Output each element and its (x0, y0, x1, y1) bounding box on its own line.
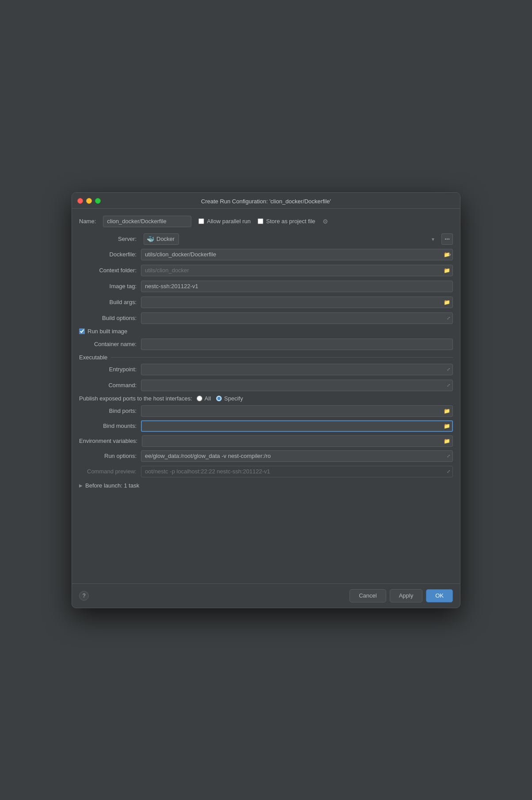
store-as-project-label[interactable]: Store as project file (258, 218, 315, 225)
command-label: Command: (79, 382, 141, 389)
bind-ports-label: Bind ports: (79, 408, 141, 414)
build-options-label: Build options: (79, 315, 141, 321)
radio-all[interactable] (197, 396, 202, 401)
cancel-button[interactable]: Cancel (350, 589, 386, 602)
entrypoint-row: Entrypoint: ⤢ (79, 363, 453, 376)
command-preview-input (141, 466, 453, 477)
container-name-label: Container name: (79, 341, 141, 347)
dialog: Create Run Configuration: 'clion_docker/… (72, 192, 460, 608)
minimize-button[interactable] (86, 198, 92, 204)
allow-parallel-checkbox[interactable] (198, 218, 204, 224)
radio-specify-label[interactable]: Specify (216, 395, 243, 402)
build-options-input[interactable] (141, 312, 453, 324)
ok-button[interactable]: OK (426, 589, 453, 602)
entrypoint-input[interactable] (141, 364, 453, 375)
title-bar: Create Run Configuration: 'clion_docker/… (72, 193, 460, 209)
gear-icon[interactable]: ⚙ (323, 218, 328, 225)
bind-mounts-row: Bind mounts: 📁 (79, 420, 453, 432)
bind-mounts-input-wrapper: 📁 (141, 420, 453, 432)
image-tag-row: Image tag: (79, 280, 453, 293)
bind-ports-input-wrapper: 📁 (141, 405, 453, 417)
name-row: Name: Allow parallel run Store as projec… (79, 214, 453, 229)
env-vars-input-wrapper: 📁 (142, 435, 453, 447)
maximize-button[interactable] (95, 198, 101, 204)
dockerfile-input[interactable] (141, 249, 453, 260)
run-built-image-checkbox[interactable] (79, 328, 85, 334)
traffic-lights (77, 198, 101, 204)
store-as-project-checkbox[interactable] (258, 218, 263, 224)
before-launch-expand-icon: ▶ (79, 483, 83, 488)
container-name-input[interactable] (141, 339, 453, 350)
spacer (79, 491, 453, 580)
bind-ports-browse-icon[interactable]: 📁 (444, 408, 450, 414)
executable-section: Executable (79, 354, 453, 361)
apply-button[interactable]: Apply (390, 589, 423, 602)
build-args-input[interactable] (141, 297, 453, 308)
context-folder-browse-icon[interactable]: 📁 (444, 267, 450, 274)
command-row: Command: ⤢ (79, 379, 453, 392)
build-options-expand-icon[interactable]: ⤢ (447, 316, 450, 320)
dockerfile-dropdown-icon[interactable]: ▼ (448, 252, 453, 257)
help-button[interactable]: ? (79, 591, 89, 601)
command-preview-expand-icon[interactable]: ⤢ (447, 469, 450, 474)
dockerfile-row: Dockerfile: 📁 ▼ (79, 248, 453, 261)
command-preview-row: Command preview: ⤢ (79, 465, 453, 478)
name-label: Name: (79, 218, 96, 225)
bind-ports-input[interactable] (141, 405, 453, 417)
publish-ports-label: Publish exposed ports to the host interf… (79, 395, 192, 402)
run-options-input-wrapper: ⤢ (141, 450, 453, 462)
entrypoint-label: Entrypoint: (79, 366, 141, 373)
context-folder-row: Context folder: 📁 (79, 264, 453, 277)
run-options-label: Run options: (79, 453, 141, 459)
build-args-row: Build args: 📁 (79, 296, 453, 309)
run-options-input[interactable] (141, 450, 453, 462)
build-options-input-wrapper: ⤢ (141, 312, 453, 324)
build-args-browse-icon[interactable]: 📁 (444, 299, 450, 305)
server-select-wrapper: 🐳 Docker ▼ (144, 233, 439, 245)
image-tag-label: Image tag: (79, 283, 141, 290)
image-tag-input[interactable] (141, 281, 453, 292)
container-name-row: Container name: (79, 338, 453, 350)
command-input[interactable] (141, 380, 453, 391)
radio-specify[interactable] (216, 396, 222, 401)
name-input[interactable] (103, 216, 191, 227)
run-options-row: Run options: ⤢ (79, 450, 453, 462)
radio-group: All Specify (197, 395, 243, 402)
dockerfile-label: Dockerfile: (79, 251, 141, 258)
command-preview-label: Command preview: (79, 468, 141, 475)
close-button[interactable] (77, 198, 83, 204)
command-preview-input-wrapper: ⤢ (141, 466, 453, 477)
allow-parallel-label[interactable]: Allow parallel run (198, 218, 251, 225)
run-built-image-label[interactable]: Run built image (79, 328, 127, 335)
dialog-body: Name: Allow parallel run Store as projec… (72, 209, 460, 580)
context-folder-input[interactable] (141, 265, 453, 276)
server-more-button[interactable]: ··· (441, 233, 453, 245)
run-options-expand-icon[interactable]: ⤢ (447, 453, 450, 458)
build-args-label: Build args: (79, 299, 141, 305)
before-launch[interactable]: ▶ Before launch: 1 task (79, 482, 453, 489)
bind-mounts-label: Bind mounts: (79, 423, 141, 429)
before-launch-label: Before launch: 1 task (85, 482, 139, 489)
entrypoint-input-wrapper: ⤢ (141, 364, 453, 375)
command-expand-icon[interactable]: ⤢ (447, 383, 450, 388)
bind-mounts-input[interactable] (141, 420, 453, 432)
footer-buttons: Cancel Apply OK (350, 589, 453, 602)
env-vars-input[interactable] (142, 435, 453, 447)
radio-all-label[interactable]: All (197, 395, 211, 402)
server-label: Server: (79, 236, 141, 242)
context-folder-label: Context folder: (79, 267, 141, 274)
entrypoint-expand-icon[interactable]: ⤢ (447, 367, 450, 372)
env-vars-label: Environment variables: (79, 438, 142, 444)
dialog-title: Create Run Configuration: 'clion_docker/… (201, 198, 331, 205)
build-args-input-wrapper: 📁 (141, 297, 453, 308)
publish-ports-row: Publish exposed ports to the host interf… (79, 395, 453, 402)
run-built-image-row: Run built image (79, 328, 453, 335)
bind-ports-row: Bind ports: 📁 (79, 405, 453, 417)
bind-mounts-browse-icon[interactable]: 📁 (444, 423, 450, 429)
footer: ? Cancel Apply OK (72, 583, 460, 608)
server-dropdown-arrow-icon: ▼ (431, 236, 435, 241)
dockerfile-input-wrapper: 📁 ▼ (141, 249, 453, 260)
server-row: Server: 🐳 Docker ▼ ··· (79, 233, 453, 245)
docker-icon: 🐳 (147, 236, 154, 243)
env-vars-browse-icon[interactable]: 📁 (444, 438, 450, 444)
